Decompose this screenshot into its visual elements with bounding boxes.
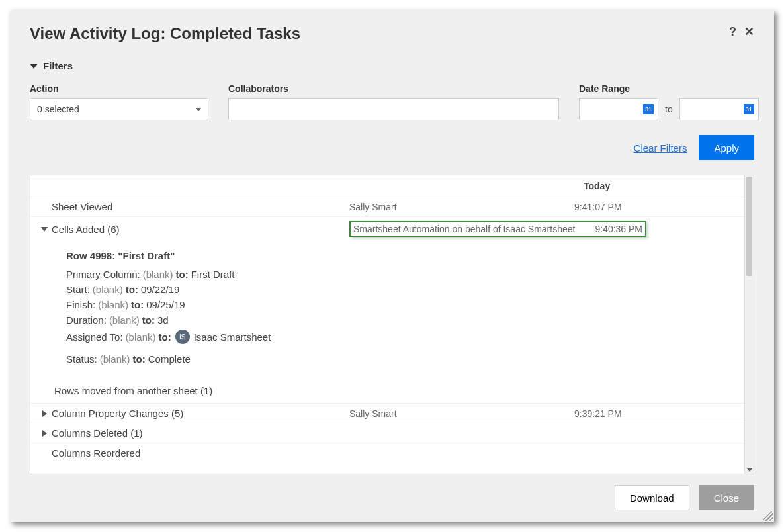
collaborators-input[interactable]	[228, 98, 559, 120]
log-actor: Sally Smart	[349, 202, 574, 212]
scrollbar[interactable]	[744, 175, 754, 474]
log-time: 9:39:21 PM	[574, 408, 654, 419]
log-actor: Smartsheet Automation on behalf of Isaac…	[353, 224, 575, 234]
log-time: 9:40:36 PM	[595, 224, 642, 234]
log-action: Sheet Viewed	[52, 201, 349, 212]
action-label: Action	[30, 83, 208, 94]
log-action: Column Property Changes (5)	[52, 408, 349, 419]
close-button[interactable]: Close	[699, 485, 754, 510]
log-date-label: Today	[584, 181, 610, 191]
log-date-header: Today	[30, 175, 744, 197]
log-action: Columns Deleted (1)	[52, 427, 349, 439]
action-select-value: 0 selected	[37, 104, 79, 114]
filters-toggle[interactable]: Filters	[30, 60, 754, 71]
highlight-annotation: Smartsheet Automation on behalf of Isaac…	[349, 221, 646, 237]
log-actor: Sally Smart	[349, 408, 574, 419]
collaborators-label: Collaborators	[228, 83, 559, 94]
log-detail: Row 4998: "First Draft" Primary Column: …	[30, 241, 744, 378]
chevron-down-icon	[41, 227, 48, 232]
log-row[interactable]: Columns Reordered	[30, 443, 744, 463]
date-range-label: Date Range	[579, 83, 759, 94]
filters-label: Filters	[43, 60, 73, 71]
clear-filters-link[interactable]: Clear Filters	[634, 142, 687, 154]
avatar: IS	[175, 330, 190, 344]
chevron-right-icon	[42, 430, 47, 437]
chevron-down-icon	[196, 108, 201, 111]
action-select[interactable]: 0 selected	[30, 98, 208, 120]
log-row[interactable]: Sheet Viewed Sally Smart 9:41:07 PM	[30, 197, 744, 217]
dialog-title: View Activity Log: Completed Tasks	[30, 24, 300, 43]
resize-grip[interactable]	[763, 511, 773, 521]
moved-rows-link[interactable]: Rows moved from another sheet (1)	[30, 378, 744, 404]
log-container: Today Sheet Viewed Sally Smart 9:41:07 P…	[30, 175, 754, 474]
activity-log-dialog: View Activity Log: Completed Tasks ? ✕ F…	[10, 10, 774, 522]
chevron-right-icon	[42, 410, 47, 417]
scroll-thumb[interactable]	[746, 177, 752, 276]
log-row[interactable]: Columns Deleted (1)	[30, 423, 744, 443]
log-time: 9:41:07 PM	[574, 202, 654, 212]
date-from-input[interactable]	[579, 98, 658, 120]
log-row[interactable]: Column Property Changes (5) Sally Smart …	[30, 404, 744, 423]
download-button[interactable]: Download	[615, 485, 689, 510]
date-to-input[interactable]	[679, 98, 759, 120]
log-action: Columns Reordered	[52, 447, 349, 459]
log-action: Cells Added (6)	[52, 224, 349, 235]
help-icon[interactable]: ?	[729, 25, 736, 39]
calendar-icon	[744, 104, 754, 114]
apply-button[interactable]: Apply	[699, 135, 754, 160]
calendar-icon	[643, 104, 654, 114]
detail-row-title: Row 4998: "First Draft"	[66, 250, 738, 261]
to-label: to	[665, 104, 673, 114]
log-row[interactable]: Cells Added (6) Smartsheet Automation on…	[30, 217, 744, 241]
chevron-down-icon	[30, 64, 38, 69]
close-icon[interactable]: ✕	[744, 24, 754, 39]
dialog-header: View Activity Log: Completed Tasks ? ✕	[30, 24, 754, 43]
chevron-down-icon	[747, 468, 752, 472]
